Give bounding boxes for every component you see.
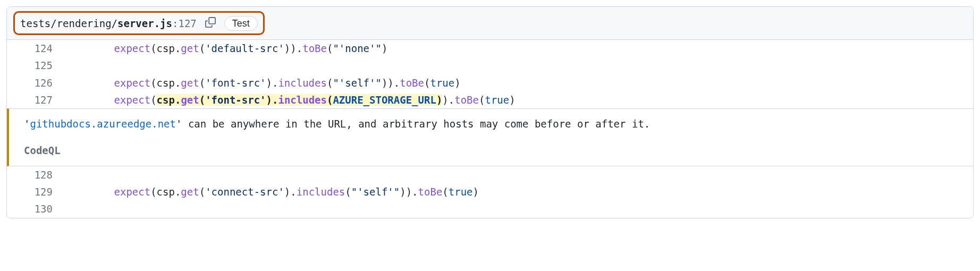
- code-content: expect(csp.get('default-src')).toBe("'no…: [65, 40, 396, 57]
- code-line: 127 expect(csp.get('font-src').includes(…: [7, 91, 973, 108]
- line-number[interactable]: 130: [7, 200, 65, 217]
- alert-link[interactable]: githubdocs.azureedge.net: [30, 118, 176, 130]
- alert-message: 'githubdocs.azureedge.net' can be anywhe…: [24, 115, 965, 132]
- code-content: expect(csp.get('font-src').includes(AZUR…: [65, 91, 524, 108]
- code-line: 128: [7, 166, 973, 183]
- code-content: expect(csp.get('font-src').includes("'se…: [65, 74, 469, 91]
- line-number[interactable]: 125: [7, 57, 65, 74]
- file-path-dir: tests/rendering/: [20, 18, 117, 29]
- highlighted-span: csp.get('font-src').includes(AZURE_STORA…: [157, 94, 443, 106]
- code-line: 124 expect(csp.get('default-src')).toBe(…: [7, 40, 973, 57]
- copy-icon: [205, 17, 216, 29]
- line-number[interactable]: 127: [7, 91, 65, 108]
- file-path-highlight: tests/rendering/server.js:127 Test: [13, 11, 265, 35]
- codeql-alert: 'githubdocs.azureedge.net' can be anywhe…: [7, 108, 973, 166]
- code-content: [65, 166, 74, 183]
- code-line: 126 expect(csp.get('font-src').includes(…: [7, 74, 973, 91]
- file-path-file: server.js: [117, 18, 172, 29]
- panel-header: tests/rendering/server.js:127 Test: [7, 7, 973, 40]
- line-number[interactable]: 124: [7, 40, 65, 57]
- file-path[interactable]: tests/rendering/server.js:127: [20, 18, 197, 29]
- code-line: 129 expect(csp.get('connect-src').includ…: [7, 183, 973, 200]
- line-number[interactable]: 128: [7, 166, 65, 183]
- alert-tool-name: CodeQL: [24, 142, 965, 159]
- code-content: expect(csp.get('connect-src').includes("…: [65, 183, 487, 200]
- code-body: 124 expect(csp.get('default-src')).toBe(…: [7, 40, 973, 218]
- line-number[interactable]: 126: [7, 74, 65, 91]
- code-line: 125: [7, 57, 973, 74]
- copy-path-button[interactable]: [203, 15, 218, 31]
- code-snippet-panel: tests/rendering/server.js:127 Test 124 e…: [6, 6, 974, 218]
- code-content: [65, 200, 74, 217]
- test-label: Test: [224, 16, 258, 31]
- code-content: [65, 57, 74, 74]
- file-path-colon: :: [172, 18, 178, 29]
- file-path-line: 127: [178, 18, 196, 29]
- line-number[interactable]: 129: [7, 183, 65, 200]
- code-line: 130: [7, 200, 973, 217]
